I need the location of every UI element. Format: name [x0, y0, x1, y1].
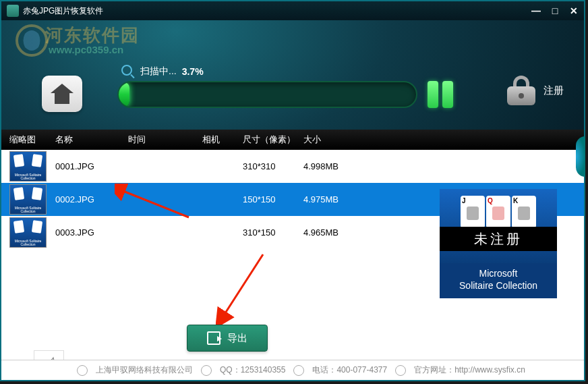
footer-site-link[interactable]: http://www.sysfix.cn [454, 365, 525, 375]
col-dimensions: 尺寸（像素） [243, 134, 303, 146]
globe-icon [395, 365, 406, 376]
register-label: 注册 [543, 84, 564, 97]
scan-percent: 3.7% [182, 66, 204, 77]
home-icon [51, 84, 74, 104]
progress-fill [119, 82, 129, 107]
thumbnail-image: Microsoft Solitaire Collection [9, 217, 47, 248]
col-camera: 相机 [202, 134, 243, 146]
export-label: 导出 [227, 332, 247, 345]
right-edge-tab[interactable] [576, 136, 585, 177]
cell-thumbnail: Microsoft Solitaire Collection [9, 151, 55, 182]
cell-thumbnail: Microsoft Solitaire Collection [9, 184, 55, 215]
preview-image: J Q K 未注册 [440, 189, 557, 263]
preview-caption-line2: Solitaire Collection [440, 279, 557, 292]
magnifier-icon [121, 65, 135, 78]
phone-icon [293, 365, 304, 376]
table-header: 缩略图 名称 时间 相机 尺寸（像素） 大小 [1, 130, 584, 150]
footer-qq: QQ：1253140355 [220, 364, 285, 376]
home-button[interactable] [42, 76, 82, 112]
close-button[interactable]: ✕ [569, 6, 579, 16]
cell-thumbnail: Microsoft Solitaire Collection [9, 217, 55, 248]
cell-size: 4.998MB [303, 161, 357, 171]
card-jack: J [461, 196, 485, 228]
cell-dimensions: 150*150 [243, 194, 303, 204]
lock-icon [507, 76, 535, 105]
pause-icon [428, 81, 438, 108]
cell-dimensions: 310*310 [243, 161, 303, 171]
footer-bar: 上海甲驭网络科技有限公司 QQ：1253140355 电话：400-077-43… [1, 360, 584, 380]
qq-icon [201, 365, 212, 376]
preview-caption: Microsoft Solitaire Collection [440, 263, 557, 298]
pause-button[interactable] [428, 81, 453, 108]
col-time: 时间 [128, 134, 202, 146]
thumbnail-image: Microsoft Solitaire Collection [9, 184, 47, 215]
export-button[interactable]: 导出 [187, 325, 268, 352]
card-queen: Q [486, 196, 510, 228]
export-icon [207, 331, 220, 345]
cell-size: 4.975MB [303, 194, 357, 204]
info-icon [77, 365, 88, 376]
progress-bar [117, 81, 417, 108]
footer-company: 上海甲驭网络科技有限公司 [96, 364, 193, 376]
window-title: 赤兔JPG图片恢复软件 [23, 5, 531, 17]
col-name: 名称 [55, 134, 128, 146]
scan-status: 扫描中... 3.7% [121, 65, 204, 78]
title-bar: 赤兔JPG图片恢复软件 — □ ✕ [1, 1, 584, 20]
unregistered-watermark: 未注册 [440, 227, 557, 251]
footer-tel: 电话：400-077-4377 [312, 364, 387, 376]
register-button[interactable]: 注册 [507, 76, 564, 105]
maximize-button[interactable]: □ [550, 6, 560, 16]
cell-dimensions: 310*150 [243, 227, 303, 238]
app-icon [7, 5, 19, 17]
cell-name: 0002.JPG [55, 194, 128, 204]
footer-site: 官方网址：http://www.sysfix.cn [414, 364, 525, 376]
cell-name: 0003.JPG [55, 227, 128, 238]
col-thumbnail: 缩略图 [9, 134, 55, 146]
scan-status-label: 扫描中... [140, 65, 177, 78]
preview-panel: J Q K 未注册 Microsoft Solitaire Collection [440, 189, 557, 298]
header-panel: 河东软件园 www.pc0359.cn 扫描中... 3.7% 注册 [1, 20, 584, 130]
app-window: 赤兔JPG图片恢复软件 — □ ✕ 河东软件园 www.pc0359.cn 扫描… [0, 0, 585, 381]
pause-icon [442, 81, 453, 108]
thumbnail-image: Microsoft Solitaire Collection [9, 151, 47, 182]
watermark-url: www.pc0359.cn [49, 44, 123, 55]
watermark-logo [15, 24, 49, 57]
minimize-button[interactable]: — [531, 6, 541, 16]
col-size: 大小 [303, 134, 357, 146]
table-row[interactable]: Microsoft Solitaire Collection0001.JPG31… [1, 150, 584, 183]
card-king: K [512, 196, 536, 228]
preview-caption-line1: Microsoft [440, 267, 557, 279]
cell-size: 4.965MB [303, 227, 357, 238]
cell-name: 0001.JPG [55, 161, 128, 171]
